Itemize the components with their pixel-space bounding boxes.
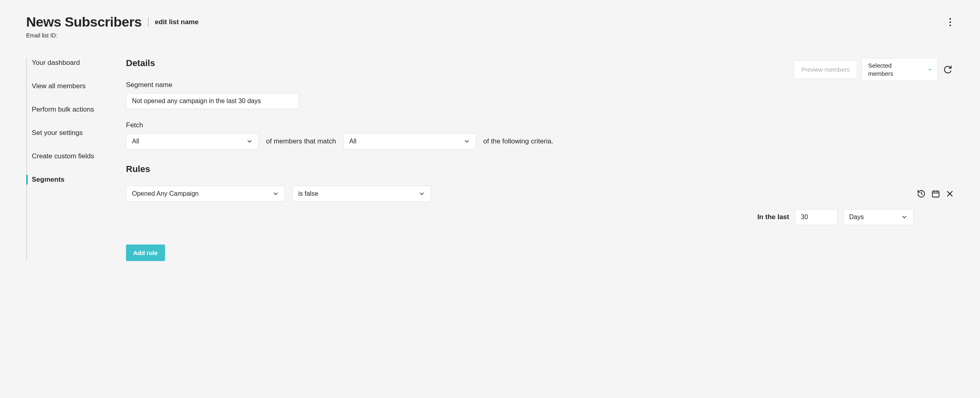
selected-members-value: - (928, 65, 931, 74)
header-left: News Subscribers edit list name (26, 14, 198, 30)
chevron-down-icon (901, 214, 908, 220)
fetch-match-select[interactable]: All (343, 133, 476, 149)
fetch-scope-select[interactable]: All (126, 133, 259, 149)
sidebar-item-bulk-actions[interactable]: Perform bulk actions (27, 105, 126, 114)
chevron-down-icon (464, 138, 470, 145)
refresh-icon (943, 65, 952, 74)
segment-name-field: Segment name (126, 81, 954, 109)
timeframe-unit-value: Days (849, 214, 864, 220)
selected-members-box: Selected members - (861, 58, 938, 81)
fetch-match-value: All (349, 138, 357, 145)
fetch-mid-text: of members that match (266, 137, 336, 145)
segment-name-input[interactable] (126, 93, 299, 109)
sidebar: Your dashboard View all members Perform … (26, 58, 126, 261)
divider (148, 17, 149, 27)
more-vertical-icon (949, 18, 951, 27)
chevron-down-icon (272, 191, 279, 197)
fetch-scope-value: All (132, 138, 139, 145)
preview-members-button[interactable]: Preview members (794, 60, 857, 79)
fetch-field: Fetch All of members that match All (126, 121, 954, 149)
sidebar-item-settings[interactable]: Set your settings (27, 128, 126, 138)
rule-delete-button[interactable] (946, 190, 954, 198)
more-options-button[interactable] (947, 15, 954, 29)
rule-operator-value: is false (298, 190, 318, 197)
sidebar-item-view-members[interactable]: View all members (27, 81, 126, 91)
svg-point-1 (949, 21, 951, 23)
add-rule-button[interactable]: Add rule (126, 245, 165, 261)
preview-controls: Preview members Selected members - (794, 58, 954, 81)
sidebar-item-custom-fields[interactable]: Create custom fields (27, 151, 126, 161)
refresh-button[interactable] (942, 64, 954, 76)
svg-point-0 (949, 18, 951, 20)
chevron-down-icon (246, 138, 253, 145)
details-heading: Details (126, 58, 155, 68)
fetch-label: Fetch (126, 121, 954, 129)
rule-operator-select[interactable]: is false (292, 186, 431, 202)
edit-list-name-link[interactable]: edit list name (155, 18, 199, 26)
rule-history-button[interactable] (917, 189, 926, 198)
fetch-tail-text: of the following criteria. (483, 137, 553, 145)
rule-timeframe-row: In the last Days (126, 209, 954, 225)
chevron-down-icon (419, 191, 425, 197)
svg-point-2 (949, 25, 951, 26)
rules-heading: Rules (126, 164, 954, 174)
sidebar-item-segments[interactable]: Segments (27, 175, 126, 184)
close-icon (946, 190, 954, 198)
rule-date-button[interactable] (931, 189, 940, 198)
email-list-id-label: Email list ID: (26, 32, 954, 39)
page-header: News Subscribers edit list name (26, 14, 954, 30)
svg-rect-3 (933, 191, 939, 197)
timeframe-value-input[interactable] (795, 209, 838, 225)
rule-field-value: Opened Any Campaign (132, 190, 198, 197)
page-title: News Subscribers (26, 14, 142, 30)
timeframe-unit-select[interactable]: Days (843, 209, 914, 225)
sidebar-item-dashboard[interactable]: Your dashboard (27, 58, 126, 68)
selected-members-label: Selected members (868, 62, 900, 77)
rule-row: Opened Any Campaign is false (126, 186, 954, 202)
rule-field-select[interactable]: Opened Any Campaign (126, 186, 285, 202)
segment-name-label: Segment name (126, 81, 954, 89)
main-content: Details Preview members Selected members… (126, 58, 954, 261)
history-icon (917, 189, 926, 198)
timeframe-label: In the last (757, 213, 789, 221)
calendar-icon (931, 189, 940, 198)
